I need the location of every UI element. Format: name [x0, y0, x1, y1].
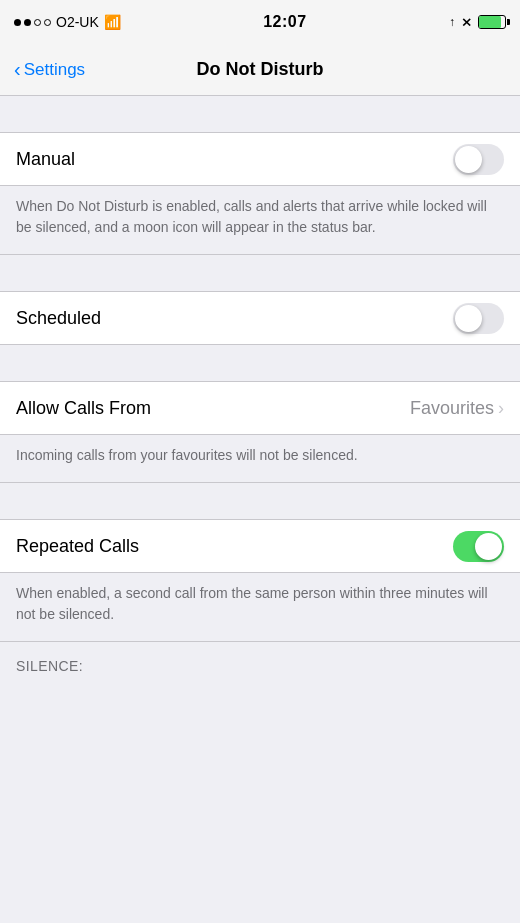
repeated-calls-description: When enabled, a second call from the sam… — [0, 573, 520, 642]
back-label[interactable]: Settings — [24, 60, 85, 80]
manual-toggle-thumb — [455, 146, 482, 173]
allow-calls-label: Allow Calls From — [16, 398, 151, 419]
carrier-label: O2-UK — [56, 14, 99, 30]
top-gap — [0, 96, 520, 132]
battery-fill — [479, 16, 501, 28]
repeated-calls-toggle-thumb — [475, 533, 502, 560]
wifi-icon: 📶 — [104, 14, 121, 30]
scheduled-row: Scheduled — [0, 292, 520, 344]
chevron-right-icon: › — [498, 398, 504, 419]
signal-dots — [14, 19, 51, 26]
scheduled-group: Scheduled — [0, 291, 520, 345]
allow-calls-description: Incoming calls from your favourites will… — [0, 435, 520, 483]
scheduled-toggle-thumb — [455, 305, 482, 332]
back-chevron-icon: ‹ — [14, 59, 21, 79]
scheduled-gap — [0, 255, 520, 291]
back-button[interactable]: ‹ Settings — [14, 60, 85, 80]
repeated-calls-group: Repeated Calls — [0, 519, 520, 573]
status-time: 12:07 — [263, 13, 306, 31]
repeated-calls-description-text: When enabled, a second call from the sam… — [16, 585, 488, 622]
manual-description-text: When Do Not Disturb is enabled, calls an… — [16, 198, 487, 235]
silence-label: SILENCE: — [0, 652, 520, 678]
repeated-gap — [0, 483, 520, 519]
battery — [478, 15, 506, 29]
repeated-calls-toggle[interactable] — [453, 531, 504, 562]
calls-value: Favourites — [410, 398, 494, 419]
manual-group: Manual — [0, 132, 520, 186]
allow-calls-row[interactable]: Allow Calls From Favourites › — [0, 382, 520, 434]
page-title: Do Not Disturb — [197, 59, 324, 80]
bluetooth-icon: ⨯ — [461, 15, 472, 30]
nav-bar: ‹ Settings Do Not Disturb — [0, 44, 520, 96]
dot-4 — [44, 19, 51, 26]
calls-gap — [0, 345, 520, 381]
repeated-calls-row: Repeated Calls — [0, 520, 520, 572]
dot-3 — [34, 19, 41, 26]
repeated-calls-label: Repeated Calls — [16, 536, 139, 557]
scheduled-label: Scheduled — [16, 308, 101, 329]
status-right: ↑ ⨯ — [449, 15, 506, 30]
battery-container — [478, 15, 506, 29]
silence-gap — [0, 642, 520, 652]
calls-right: Favourites › — [410, 398, 504, 419]
dot-1 — [14, 19, 21, 26]
dot-2 — [24, 19, 31, 26]
manual-toggle[interactable] — [453, 144, 504, 175]
location-icon: ↑ — [449, 15, 455, 29]
status-bar: O2-UK 📶 12:07 ↑ ⨯ — [0, 0, 520, 44]
allow-calls-description-text: Incoming calls from your favourites will… — [16, 447, 358, 463]
status-left: O2-UK 📶 — [14, 14, 121, 30]
allow-calls-group: Allow Calls From Favourites › — [0, 381, 520, 435]
manual-label: Manual — [16, 149, 75, 170]
scheduled-toggle[interactable] — [453, 303, 504, 334]
manual-description: When Do Not Disturb is enabled, calls an… — [0, 186, 520, 255]
manual-row: Manual — [0, 133, 520, 185]
